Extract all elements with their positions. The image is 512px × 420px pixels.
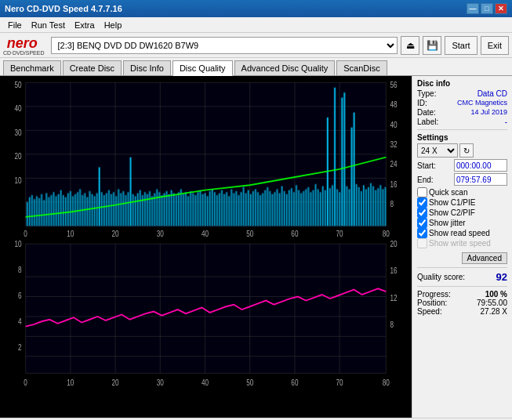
svg-rect-91 bbox=[173, 193, 175, 226]
quick-scan-checkbox[interactable]: Quick scan bbox=[417, 187, 507, 197]
disc-date-row: Date: 14 Jul 2019 bbox=[417, 108, 507, 117]
exit-button[interactable]: Exit bbox=[481, 36, 509, 55]
svg-rect-103 bbox=[202, 194, 203, 226]
svg-rect-140 bbox=[291, 188, 292, 226]
menu-run-test[interactable]: Run Test bbox=[27, 19, 70, 31]
svg-text:30: 30 bbox=[157, 230, 164, 238]
svg-rect-82 bbox=[151, 196, 153, 226]
minimize-button[interactable]: — bbox=[467, 3, 479, 14]
show-c1pie-input[interactable] bbox=[417, 197, 427, 208]
svg-rect-148 bbox=[310, 192, 311, 226]
svg-rect-89 bbox=[168, 194, 169, 226]
title-bar: Nero CD-DVD Speed 4.7.7.16 — □ ✕ bbox=[0, 0, 512, 17]
speed-select[interactable]: 24 X bbox=[417, 143, 458, 158]
svg-text:0: 0 bbox=[24, 230, 27, 238]
start-button[interactable]: Start bbox=[445, 36, 477, 55]
drive-select[interactable]: [2:3] BENQ DVD DD DW1620 B7W9 bbox=[51, 37, 398, 54]
svg-rect-128 bbox=[262, 193, 263, 226]
disc-id-row: ID: CMC Magnetics bbox=[417, 99, 507, 107]
disc-type-row: Type: Data CD bbox=[417, 89, 507, 98]
toolbar: nero CD·DVD/SPEED [2:3] BENQ DVD DD DW16… bbox=[0, 33, 512, 58]
svg-rect-100 bbox=[194, 195, 196, 226]
svg-rect-61 bbox=[101, 192, 103, 226]
maximize-button[interactable]: □ bbox=[481, 3, 493, 14]
tab-disc-info[interactable]: Disc Info bbox=[123, 60, 171, 75]
svg-rect-48 bbox=[70, 191, 71, 226]
svg-rect-70 bbox=[122, 191, 124, 226]
svg-rect-137 bbox=[284, 191, 285, 226]
svg-rect-143 bbox=[298, 190, 300, 226]
svg-rect-159 bbox=[336, 189, 338, 226]
svg-rect-112 bbox=[223, 194, 225, 226]
svg-rect-117 bbox=[235, 191, 237, 226]
svg-text:20: 20 bbox=[112, 378, 119, 387]
svg-rect-169 bbox=[361, 191, 362, 226]
svg-text:6: 6 bbox=[18, 291, 22, 300]
show-jitter-checkbox[interactable]: Show jitter bbox=[417, 218, 507, 228]
svg-rect-55 bbox=[86, 197, 88, 226]
speed-refresh-button[interactable]: ↻ bbox=[459, 143, 474, 158]
svg-text:0: 0 bbox=[24, 378, 27, 387]
svg-rect-32 bbox=[31, 195, 33, 226]
svg-rect-84 bbox=[156, 189, 158, 226]
start-row: Start: bbox=[417, 159, 507, 172]
show-read-speed-checkbox[interactable]: Show read speed bbox=[417, 228, 507, 238]
svg-rect-69 bbox=[120, 193, 122, 226]
svg-rect-132 bbox=[271, 194, 273, 226]
divider-1 bbox=[417, 129, 507, 130]
show-jitter-input[interactable] bbox=[417, 218, 427, 228]
svg-rect-131 bbox=[269, 191, 271, 226]
svg-rect-75 bbox=[135, 196, 136, 226]
svg-text:60: 60 bbox=[291, 378, 298, 387]
svg-rect-136 bbox=[281, 186, 283, 226]
eject-button[interactable]: ⏏ bbox=[401, 36, 419, 55]
quality-score-value: 92 bbox=[496, 271, 507, 283]
tab-advanced-disc-quality[interactable]: Advanced Disc Quality bbox=[234, 60, 336, 75]
show-c2pif-checkbox[interactable]: Show C2/PIF bbox=[417, 208, 507, 218]
svg-rect-64 bbox=[108, 190, 110, 226]
svg-rect-129 bbox=[264, 190, 266, 226]
show-read-speed-input[interactable] bbox=[417, 228, 427, 238]
show-write-speed-input bbox=[417, 238, 427, 248]
quick-scan-input[interactable] bbox=[417, 187, 427, 197]
settings-title: Settings bbox=[417, 133, 507, 142]
svg-rect-163 bbox=[346, 186, 347, 226]
end-field[interactable] bbox=[454, 173, 507, 186]
tab-disc-quality[interactable]: Disc Quality bbox=[172, 60, 233, 76]
disc-label-label: Label: bbox=[417, 118, 438, 126]
svg-text:56: 56 bbox=[390, 81, 397, 89]
advanced-button[interactable]: Advanced bbox=[462, 252, 507, 264]
svg-rect-167 bbox=[356, 184, 358, 226]
svg-text:70: 70 bbox=[336, 230, 343, 238]
disc-label-row: Label: - bbox=[417, 118, 507, 126]
svg-rect-126 bbox=[257, 192, 259, 226]
svg-rect-118 bbox=[238, 195, 239, 226]
svg-rect-66 bbox=[113, 192, 114, 226]
svg-rect-145 bbox=[303, 191, 304, 226]
svg-rect-174 bbox=[372, 186, 374, 226]
tab-benchmark[interactable]: Benchmark bbox=[3, 60, 61, 75]
show-c2pif-input[interactable] bbox=[417, 208, 427, 218]
show-c1pie-checkbox[interactable]: Show C1/PIE bbox=[417, 197, 507, 208]
tab-scandisc[interactable]: ScanDisc bbox=[336, 60, 387, 75]
svg-rect-65 bbox=[111, 194, 112, 226]
menu-bar: File Run Test Extra Help bbox=[0, 17, 512, 33]
tab-create-disc[interactable]: Create Disc bbox=[63, 60, 122, 75]
close-button[interactable]: ✕ bbox=[495, 3, 507, 14]
svg-rect-150 bbox=[314, 184, 316, 226]
menu-file[interactable]: File bbox=[3, 19, 27, 31]
svg-rect-138 bbox=[286, 194, 288, 226]
svg-text:40: 40 bbox=[202, 230, 209, 238]
svg-rect-115 bbox=[231, 189, 232, 226]
menu-extra[interactable]: Extra bbox=[70, 19, 100, 31]
svg-text:50: 50 bbox=[14, 81, 21, 89]
svg-rect-139 bbox=[289, 190, 290, 226]
menu-help[interactable]: Help bbox=[100, 19, 127, 31]
svg-rect-52 bbox=[79, 189, 81, 226]
divider-2 bbox=[417, 267, 507, 268]
start-field[interactable] bbox=[454, 159, 507, 172]
save-button[interactable]: 💾 bbox=[423, 36, 441, 55]
svg-rect-107 bbox=[212, 189, 213, 226]
quality-score-row: Quality score: 92 bbox=[417, 271, 507, 283]
svg-rect-171 bbox=[365, 189, 367, 226]
